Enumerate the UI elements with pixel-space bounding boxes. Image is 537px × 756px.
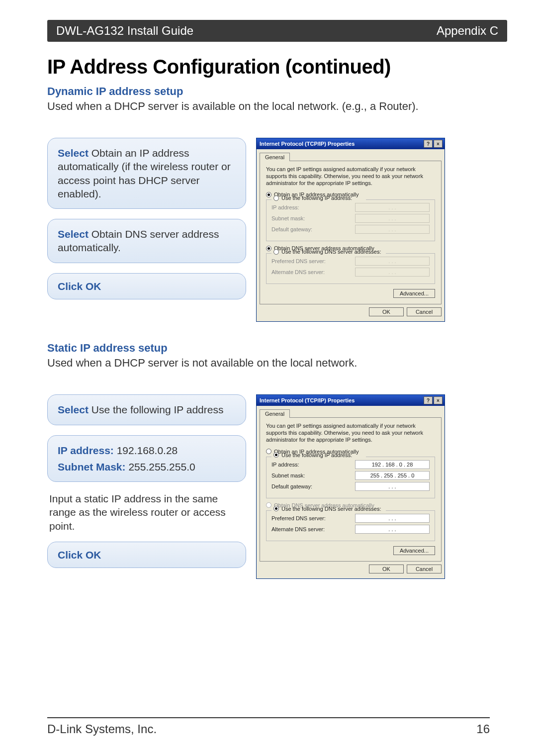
page-title: IP Address Configuration (continued) <box>47 56 507 78</box>
radio-use-ip[interactable] <box>273 195 279 201</box>
tab-general[interactable]: General <box>260 153 290 161</box>
ok-button[interactable]: OK <box>369 307 404 316</box>
header-left: DWL-AG132 Install Guide <box>56 24 193 38</box>
close-icon[interactable]: × <box>434 396 443 404</box>
static-note: Input a static IP address in the same ra… <box>47 492 246 542</box>
dialog-info-2: You can get IP settings assigned automat… <box>266 423 435 443</box>
gateway-input: . . . <box>355 225 430 234</box>
help-icon[interactable]: ? <box>424 140 433 148</box>
dialog-title-2: Internet Protocol (TCP/IP) Properties <box>260 397 355 403</box>
advanced-button[interactable]: Advanced... <box>393 289 435 298</box>
subnet-mask-input-2[interactable]: 255 . 255 . 255 . 0 <box>355 471 430 480</box>
radio-obtain-dns[interactable] <box>266 246 271 251</box>
close-icon[interactable]: × <box>434 140 443 148</box>
footer-company: D-Link Systems, Inc. <box>47 722 157 736</box>
dynamic-heading: Dynamic IP address setup <box>47 85 507 98</box>
alt-dns-input-2[interactable]: . . . <box>355 525 430 534</box>
header-right: Appendix C <box>437 24 498 38</box>
static-heading: Static IP address setup <box>47 342 507 355</box>
help-icon[interactable]: ? <box>424 396 433 404</box>
subnet-mask-input: . . . <box>355 214 430 223</box>
callout-click-ok-1: Click OK <box>47 273 246 299</box>
dynamic-desc: Used when a DHCP server is available on … <box>47 100 507 113</box>
alt-dns-input: . . . <box>355 268 430 277</box>
footer-page: 16 <box>476 722 490 736</box>
callout-ip-values: IP address: 192.168.0.28 Subnet Mask: 25… <box>47 435 246 482</box>
header-bar: DWL-AG132 Install Guide Appendix C <box>47 20 507 42</box>
ip-address-input: . . . <box>355 203 430 212</box>
dialog-title: Internet Protocol (TCP/IP) Properties <box>260 141 355 147</box>
advanced-button-2[interactable]: Advanced... <box>393 546 435 555</box>
tab-general-2[interactable]: General <box>260 409 290 418</box>
dialog-info: You can get IP settings assigned automat… <box>266 166 435 187</box>
callout-use-ip: Select Use the following IP address <box>47 394 246 425</box>
pref-dns-input-2[interactable]: . . . <box>355 514 430 523</box>
tcpip-dialog-static: Internet Protocol (TCP/IP) Properties ? … <box>256 394 445 578</box>
callout-obtain-dns: Select Obtain DNS server address automat… <box>47 219 246 263</box>
pref-dns-input: . . . <box>355 257 430 266</box>
radio-use-dns[interactable] <box>273 249 279 255</box>
callout-obtain-ip: Select Obtain an IP address automaticall… <box>47 138 246 209</box>
ok-button-2[interactable]: OK <box>369 565 404 573</box>
ip-address-input-2[interactable]: 192 . 168 . 0 . 28 <box>355 460 430 469</box>
callout-click-ok-2: Click OK <box>47 542 246 568</box>
tcpip-dialog-dynamic: Internet Protocol (TCP/IP) Properties ? … <box>256 138 445 322</box>
static-desc: Used when a DHCP server is not available… <box>47 357 507 370</box>
radio-use-ip-2[interactable] <box>273 452 279 458</box>
cancel-button-2[interactable]: Cancel <box>407 565 442 573</box>
radio-obtain-ip-2[interactable] <box>266 449 271 454</box>
radio-use-dns-2[interactable] <box>273 506 279 511</box>
radio-obtain-dns-2 <box>266 502 271 508</box>
cancel-button[interactable]: Cancel <box>407 307 442 316</box>
footer: D-Link Systems, Inc. 16 <box>47 717 490 736</box>
gateway-input-2[interactable]: . . . <box>355 482 430 491</box>
radio-obtain-ip[interactable] <box>266 192 271 197</box>
